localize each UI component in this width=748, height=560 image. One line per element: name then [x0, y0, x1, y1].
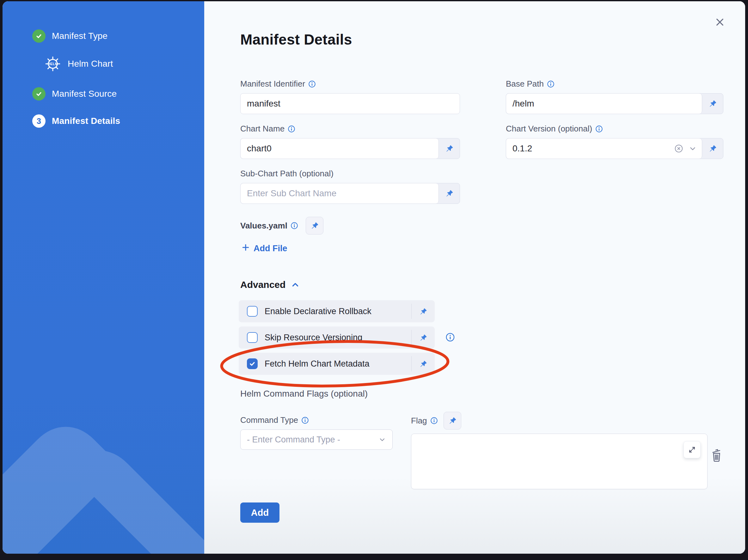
info-icon[interactable]	[595, 125, 603, 133]
command-type-label: Command Type	[240, 415, 393, 425]
pin-icon[interactable]	[439, 183, 460, 203]
command-type-field: Command Type - Enter Command Type -	[240, 415, 393, 450]
plus-icon	[241, 243, 250, 254]
step-number-badge: 3	[32, 115, 46, 128]
sidebar-step-manifest-type[interactable]: Manifest Type	[32, 29, 108, 43]
info-icon[interactable]	[430, 417, 438, 424]
manifest-identifier-input[interactable]	[240, 94, 460, 114]
screen-backdrop: { "modal": { "title": "Manifest Details"…	[0, 0, 748, 560]
info-icon[interactable]	[288, 125, 295, 133]
add-button[interactable]: Add	[240, 503, 279, 523]
skip-resource-versioning-checkbox[interactable]	[247, 332, 258, 343]
pin-icon[interactable]	[702, 139, 723, 159]
sub-chart-path-label: Sub-Chart Path (optional)	[240, 169, 460, 178]
step-label: Manifest Details	[52, 116, 120, 126]
base-path-label: Base Path	[506, 79, 723, 89]
command-type-select[interactable]: - Enter Command Type -	[240, 430, 393, 450]
step-label: Helm Chart	[68, 59, 113, 69]
chart-version-label: Chart Version (optional)	[506, 124, 723, 134]
pin-button[interactable]	[444, 412, 461, 430]
advanced-label: Advanced	[240, 279, 285, 290]
manifest-identifier-label: Manifest Identifier	[240, 79, 460, 89]
enable-declarative-rollback-checkbox[interactable]	[247, 306, 258, 317]
helm-icon: HELM	[44, 55, 61, 72]
clear-icon[interactable]	[674, 144, 683, 153]
advanced-section-header: Advanced	[240, 279, 300, 290]
pin-button[interactable]	[306, 217, 323, 235]
pin-icon[interactable]	[411, 330, 435, 345]
values-yaml-label: Values.yaml	[240, 221, 298, 231]
sidebar-step-manifest-source[interactable]: Manifest Source	[32, 87, 117, 100]
enable-declarative-rollback-row: Enable Declarative Rollback	[239, 300, 435, 322]
chart-version-field: Chart Version (optional)	[506, 124, 723, 159]
add-file-button[interactable]: Add File	[241, 243, 287, 254]
flag-field: Flag	[411, 412, 707, 490]
fetch-helm-chart-metadata-checkbox[interactable]	[247, 358, 258, 369]
info-icon[interactable]	[547, 80, 555, 88]
info-icon[interactable]	[301, 416, 309, 424]
wizard-sidebar: Manifest Type HELM Helm Chart	[2, 1, 204, 554]
fetch-helm-chart-metadata-row: Fetch Helm Chart Metadata	[239, 353, 435, 375]
sidebar-step-manifest-details[interactable]: 3 Manifest Details	[32, 115, 120, 128]
checkbox-label: Fetch Helm Chart Metadata	[265, 359, 411, 369]
flag-textarea[interactable]	[411, 434, 707, 489]
close-icon[interactable]	[713, 15, 727, 29]
pin-icon[interactable]	[439, 139, 460, 159]
checkbox-label: Enable Declarative Rollback	[265, 307, 411, 316]
info-icon[interactable]	[308, 80, 316, 88]
info-icon[interactable]	[445, 333, 455, 342]
manifest-details-panel: Manifest Details Manifest Identifier Bas…	[204, 1, 745, 554]
chart-name-input[interactable]	[240, 139, 434, 159]
chart-name-field: Chart Name	[240, 124, 460, 159]
sidebar-step-helm-chart[interactable]: HELM Helm Chart	[44, 55, 113, 72]
chart-name-label: Chart Name	[240, 124, 460, 134]
step-label: Manifest Source	[52, 89, 117, 99]
values-yaml-row: Values.yaml	[240, 217, 323, 235]
skip-resource-versioning-row: Skip Resource Versioning	[239, 326, 435, 348]
command-type-placeholder: - Enter Command Type -	[247, 435, 378, 445]
base-path-input[interactable]	[506, 94, 697, 114]
harness-logo-watermark	[2, 380, 204, 554]
checkbox-label: Skip Resource Versioning	[265, 333, 411, 343]
flag-label: Flag	[411, 416, 438, 426]
sub-chart-path-input[interactable]	[240, 183, 434, 203]
step-label: Manifest Type	[52, 31, 108, 41]
chevron-up-icon[interactable]	[290, 280, 300, 290]
delete-flag-icon[interactable]	[710, 448, 723, 464]
add-file-label: Add File	[254, 244, 287, 253]
sub-chart-path-field: Sub-Chart Path (optional)	[240, 169, 460, 204]
step-complete-icon	[32, 87, 46, 100]
pin-icon[interactable]	[702, 94, 723, 114]
step-complete-icon	[32, 29, 46, 43]
pin-icon[interactable]	[411, 304, 435, 319]
helm-command-flags-label: Helm Command Flags (optional)	[240, 389, 368, 399]
manifest-details-modal: Manifest Type HELM Helm Chart	[2, 1, 745, 554]
manifest-identifier-field: Manifest Identifier	[240, 79, 460, 114]
pin-icon[interactable]	[411, 356, 435, 371]
chart-version-input[interactable]	[506, 139, 669, 159]
svg-text:HELM: HELM	[48, 62, 58, 66]
base-path-field: Base Path	[506, 79, 723, 114]
page-title: Manifest Details	[240, 31, 352, 48]
chevron-down-icon[interactable]	[688, 144, 697, 153]
advanced-options-list: Enable Declarative Rollback Skip Resourc…	[239, 300, 435, 379]
chevron-down-icon	[378, 436, 386, 443]
expand-icon[interactable]	[683, 441, 701, 458]
info-icon[interactable]	[290, 222, 298, 229]
